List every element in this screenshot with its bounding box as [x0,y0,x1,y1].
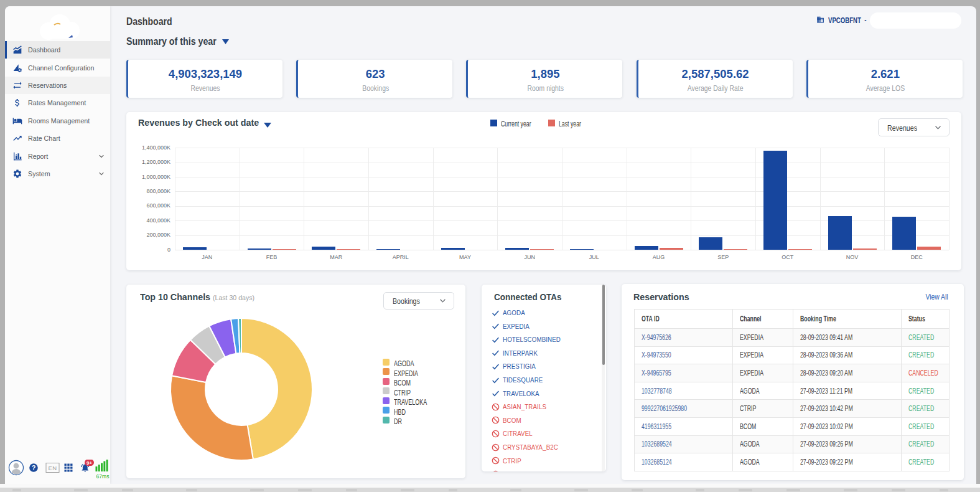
svg-text:EN: EN [48,465,57,471]
svg-text:67ms: 67ms [96,473,110,480]
svg-text:?: ? [32,464,36,471]
svg-text:9+: 9+ [86,460,92,466]
